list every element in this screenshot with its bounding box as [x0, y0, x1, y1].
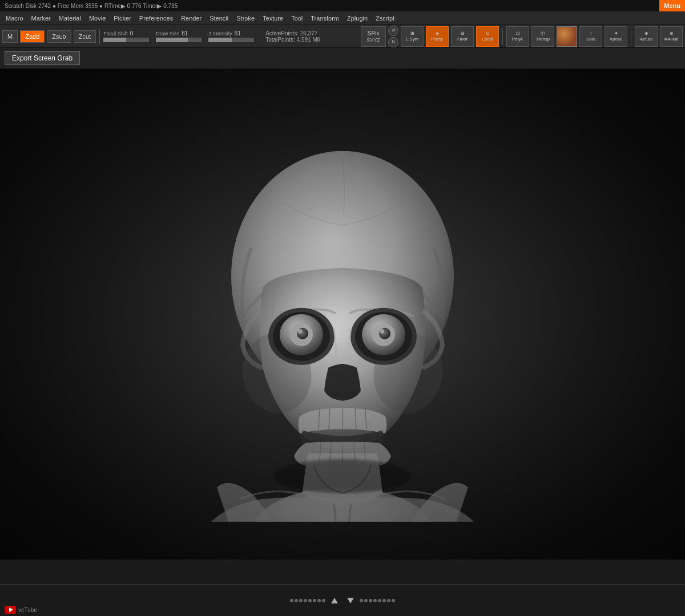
dot-1 [290, 599, 293, 602]
dot-10 [364, 599, 368, 602]
spix-label: SPix [368, 30, 380, 37]
bottom-center-controls [290, 598, 395, 603]
right-icon-group: SPix SXYZ ↺ ↻ ⊞ L.Sym ◈ Persp ⊟ Floor [361, 26, 683, 47]
m-button[interactable]: M [2, 30, 18, 43]
dot-14 [382, 599, 386, 602]
svg-point-15 [380, 329, 384, 334]
menu-item-marker[interactable]: Marker [28, 14, 54, 23]
dot-16 [392, 599, 395, 602]
status-text: Scratch Disk 2742 ● Free Mem 3595 ● RTim… [5, 3, 178, 9]
menu-item-texture[interactable]: Texture [259, 14, 287, 23]
dot-4 [304, 599, 307, 602]
focal-shift-label: Focal Shift [103, 31, 128, 37]
spix-group[interactable]: SPix SXYZ [361, 26, 386, 47]
divider-2 [502, 29, 503, 44]
youtube-logo: veTube [0, 603, 42, 616]
dot-2 [295, 599, 298, 602]
draw-size-value: 81 [182, 30, 193, 37]
dot-13 [378, 599, 381, 602]
dot-6 [313, 599, 316, 602]
dot-11 [369, 599, 372, 602]
dot-7 [317, 599, 321, 602]
dot-3 [299, 599, 303, 602]
rotate-icon-2[interactable]: ↻ [388, 37, 398, 47]
draw-size-label: Draw Size [156, 31, 179, 37]
active-points: ActivePoints: 26,377 [265, 30, 320, 37]
rotation-icons: ↺ ↻ [388, 26, 398, 47]
menu-bar: Macro Marker Material Movie Picker Prefe… [0, 11, 685, 25]
menu-item-material[interactable]: Material [55, 14, 84, 23]
zadd-button[interactable]: Zadd [20, 30, 45, 43]
zsub-button[interactable]: Zsub [47, 30, 71, 43]
lsym-button[interactable]: ⊞ L.Sym [401, 26, 424, 47]
status-bar: Scratch Disk 2742 ● Free Mem 3595 ● RTim… [0, 0, 685, 11]
divider-1 [99, 29, 100, 44]
divider-3 [631, 29, 631, 44]
bottom-bar: veTube [0, 584, 685, 616]
z-intensity-slider[interactable] [208, 38, 254, 42]
menu-item-movie[interactable]: Movie [86, 14, 109, 23]
rotate-icon-1[interactable]: ↺ [388, 26, 398, 36]
dots-right [360, 599, 395, 602]
actual-button[interactable]: ⊕ Actual [635, 26, 658, 47]
aahalf-button[interactable]: ⊗ AAHalf [660, 26, 683, 47]
draw-size-group: Draw Size 81 [156, 30, 202, 42]
local-button[interactable]: ⊙ Local [476, 26, 499, 47]
solo-button[interactable]: ○ Solo [579, 26, 602, 47]
skull-model [183, 88, 502, 523]
transp-button[interactable]: ◫ Transp [531, 26, 554, 47]
focal-shift-group: Focal Shift 0 [103, 30, 149, 42]
xpose-button[interactable]: ✦ Xpose [605, 26, 627, 47]
menu-item-stroke[interactable]: Stroke [233, 14, 258, 23]
menu-item-preferences[interactable]: Preferences [136, 14, 176, 23]
toolbar: M Zadd Zsub Zcut Focal Shift 0 Draw Size… [0, 25, 685, 48]
floor-button[interactable]: ⊟ Floor [451, 26, 474, 47]
draw-size-slider[interactable] [156, 38, 202, 42]
dot-15 [387, 599, 390, 602]
menu-item-picker[interactable]: Picker [110, 14, 135, 23]
total-points: TotalPoints: 4.591 Mil [265, 37, 320, 43]
yt-label: veTube [18, 607, 37, 613]
canvas-area[interactable] [0, 69, 685, 560]
menu-item-tool[interactable]: Tool [288, 14, 306, 23]
focal-shift-value: 0 [130, 30, 142, 37]
stats-block: ActivePoints: 26,377 TotalPoints: 4.591 … [265, 30, 320, 43]
persp-button[interactable]: ◈ Persp [426, 26, 449, 47]
menu-item-stencil[interactable]: Stencil [206, 14, 232, 23]
export-screen-grab-button[interactable]: Export Screen Grab [5, 51, 80, 65]
scroll-down-button[interactable] [347, 598, 354, 603]
menu-item-macro[interactable]: Macro [2, 14, 27, 23]
dot-12 [373, 599, 377, 602]
material-swatch[interactable] [557, 26, 577, 47]
yt-icon [5, 606, 16, 614]
z-intensity-label: Z Intensity [208, 31, 232, 37]
z-intensity-value: 51 [235, 30, 246, 37]
svg-point-26 [274, 459, 411, 493]
export-btn-area: Export Screen Grab [0, 48, 685, 69]
dot-8 [322, 599, 325, 602]
menu-item-zplugin[interactable]: Zplugin [344, 14, 371, 23]
menu-item-render[interactable]: Render [178, 14, 205, 23]
zcut-button[interactable]: Zcut [74, 30, 96, 43]
dot-5 [308, 599, 312, 602]
dots-left [290, 599, 325, 602]
focal-shift-slider[interactable] [103, 38, 149, 42]
polyf-button[interactable]: ⊡ PolyF [506, 26, 529, 47]
z-intensity-group: Z Intensity 51 [208, 30, 254, 42]
sxyz-label: SXYZ [366, 37, 380, 43]
scroll-up-button[interactable] [331, 598, 338, 603]
menu-item-zscript[interactable]: Zscript [372, 14, 398, 23]
menu-button[interactable]: Menu [659, 0, 685, 11]
svg-point-9 [297, 329, 302, 334]
menu-item-transform[interactable]: Transform [307, 14, 342, 23]
dot-9 [360, 599, 363, 602]
